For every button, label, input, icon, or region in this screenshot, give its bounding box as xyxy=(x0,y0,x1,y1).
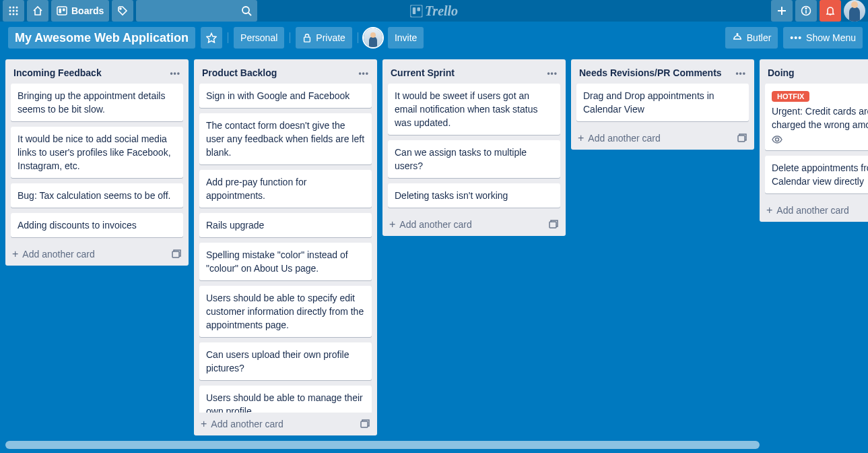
template-icon[interactable] xyxy=(171,249,182,260)
visibility-button[interactable]: Private xyxy=(296,27,352,49)
list-title[interactable]: Product Backlog xyxy=(202,66,356,80)
board-name[interactable]: My Awesome Web Application xyxy=(8,27,195,49)
tag-button[interactable] xyxy=(112,0,133,22)
list: Current Sprint•••It would be sweet if us… xyxy=(382,59,566,236)
create-button[interactable] xyxy=(771,0,793,22)
card[interactable]: Deleting tasks isn't working xyxy=(388,183,560,208)
user-avatar[interactable] xyxy=(844,0,865,22)
svg-point-8 xyxy=(16,13,18,16)
ellipsis-icon: ••• xyxy=(790,32,802,43)
list-header: Incoming Feedback••• xyxy=(5,59,189,84)
card[interactable]: Spelling mistake "color" instead of "col… xyxy=(199,243,372,280)
svg-rect-9 xyxy=(57,7,67,15)
list-title[interactable]: Current Sprint xyxy=(391,66,544,80)
horizontal-scrollbar[interactable] xyxy=(5,441,863,449)
lock-icon xyxy=(302,33,312,42)
card[interactable]: Users should be able to specify edit cus… xyxy=(199,286,372,337)
card-text: Bug: Tax calculation seems to be off. xyxy=(18,190,171,201)
card[interactable]: Bringing up the appointment details seem… xyxy=(11,84,183,121)
bell-icon xyxy=(825,5,836,16)
logo-text: Trello xyxy=(425,3,458,19)
card-text: Sign in with Google and Facebook xyxy=(206,90,349,101)
card[interactable]: Drag and Drop appointments in Calendar V… xyxy=(576,84,749,121)
add-card-label: Add another card xyxy=(776,205,848,216)
card-text: Adding discounts to invoices xyxy=(18,220,137,231)
card[interactable]: HOTFIXUrgent: Credit cards are being cha… xyxy=(765,84,868,150)
tag-icon xyxy=(117,5,128,16)
card-text: Spelling mistake "color" instead of "col… xyxy=(206,249,348,274)
card[interactable]: Adding discounts to invoices xyxy=(11,213,183,237)
template-icon[interactable] xyxy=(548,219,559,230)
list-menu-button[interactable]: ••• xyxy=(167,66,183,81)
card-text: Can we assign tasks to multiple users? xyxy=(395,147,527,171)
svg-point-2 xyxy=(16,7,18,9)
list-menu-button[interactable]: ••• xyxy=(733,66,749,81)
plus-icon: + xyxy=(12,248,18,260)
svg-rect-27 xyxy=(172,251,179,258)
search-input[interactable] xyxy=(136,0,257,22)
add-card-label: Add another card xyxy=(22,249,94,260)
list-title[interactable]: Incoming Feedback xyxy=(13,66,167,80)
svg-line-14 xyxy=(248,13,251,16)
scrollbar-thumb[interactable] xyxy=(5,441,760,449)
list: Incoming Feedback•••Bringing up the appo… xyxy=(5,59,189,266)
card-label: HOTFIX xyxy=(772,91,809,102)
divider xyxy=(358,32,358,43)
board-canvas[interactable]: Incoming Feedback•••Bringing up the appo… xyxy=(0,54,868,453)
visibility-label: Private xyxy=(316,32,345,43)
card[interactable]: Delete appointments from the Calendar vi… xyxy=(765,156,868,193)
svg-rect-29 xyxy=(549,222,556,228)
card-text: Urgent: Credit cards are being charged t… xyxy=(772,106,868,130)
card-badges xyxy=(772,134,868,145)
add-card-button[interactable]: +Add another card xyxy=(194,413,377,435)
card-text: Add pre-pay function for appointments. xyxy=(206,177,306,201)
card[interactable]: Bug: Tax calculation seems to be off. xyxy=(11,183,183,208)
add-card-button[interactable]: +Add another card xyxy=(571,127,754,150)
member-avatar[interactable] xyxy=(364,28,382,47)
template-icon[interactable] xyxy=(360,419,370,429)
list-cards: HOTFIXUrgent: Credit cards are being cha… xyxy=(760,84,868,199)
card-text: Drag and Drop appointments in Calendar V… xyxy=(583,90,714,115)
apps-button[interactable] xyxy=(3,0,24,22)
card[interactable]: Add pre-pay function for appointments. xyxy=(199,170,372,208)
card[interactable]: Can users upload their own profile pictu… xyxy=(199,342,372,380)
butler-button[interactable]: Butler xyxy=(725,27,778,49)
card[interactable]: Sign in with Google and Facebook xyxy=(199,84,372,108)
svg-rect-17 xyxy=(417,7,420,11)
card-text: Rails upgrade xyxy=(206,220,264,231)
notifications-button[interactable] xyxy=(820,0,841,22)
card[interactable]: Can we assign tasks to multiple users? xyxy=(388,140,560,178)
butler-icon xyxy=(732,32,743,43)
boards-label: Boards xyxy=(71,5,104,16)
invite-button[interactable]: Invite xyxy=(388,27,424,49)
add-card-button[interactable]: +Add another card xyxy=(760,199,868,222)
trello-logo[interactable]: Trello xyxy=(410,3,458,19)
home-button[interactable] xyxy=(27,0,48,22)
info-button[interactable] xyxy=(795,0,817,22)
add-card-button[interactable]: +Add another card xyxy=(5,243,189,266)
card[interactable]: It would be nice to add social media lin… xyxy=(11,127,183,178)
add-card-label: Add another card xyxy=(211,419,283,429)
list-header: Needs Revisions/PR Comments••• xyxy=(571,59,754,84)
list-cards: It would be sweet if users got an email … xyxy=(382,84,566,213)
show-menu-button[interactable]: ••• Show Menu xyxy=(783,27,863,49)
card[interactable]: Users should be able to manage their own… xyxy=(199,386,372,413)
list-menu-button[interactable]: ••• xyxy=(544,66,560,81)
add-card-button[interactable]: +Add another card xyxy=(382,213,566,236)
divider xyxy=(228,32,228,43)
team-button[interactable]: Personal xyxy=(234,27,284,49)
template-icon[interactable] xyxy=(737,133,747,144)
card[interactable]: Rails upgrade xyxy=(199,213,372,237)
list-menu-button[interactable]: ••• xyxy=(356,66,372,81)
boards-button[interactable]: Boards xyxy=(51,0,109,22)
svg-rect-10 xyxy=(59,9,62,13)
card-text: Bringing up the appointment details seem… xyxy=(18,90,165,115)
svg-point-3 xyxy=(9,10,11,12)
list-header: Product Backlog••• xyxy=(194,59,377,84)
list-title[interactable]: Doing xyxy=(768,66,868,80)
card[interactable]: It would be sweet if users got an email … xyxy=(388,84,560,135)
list-title[interactable]: Needs Revisions/PR Comments xyxy=(579,66,733,80)
card[interactable]: The contact form doesn't give the user a… xyxy=(199,113,372,164)
watch-icon xyxy=(772,134,782,145)
star-button[interactable] xyxy=(201,27,222,49)
